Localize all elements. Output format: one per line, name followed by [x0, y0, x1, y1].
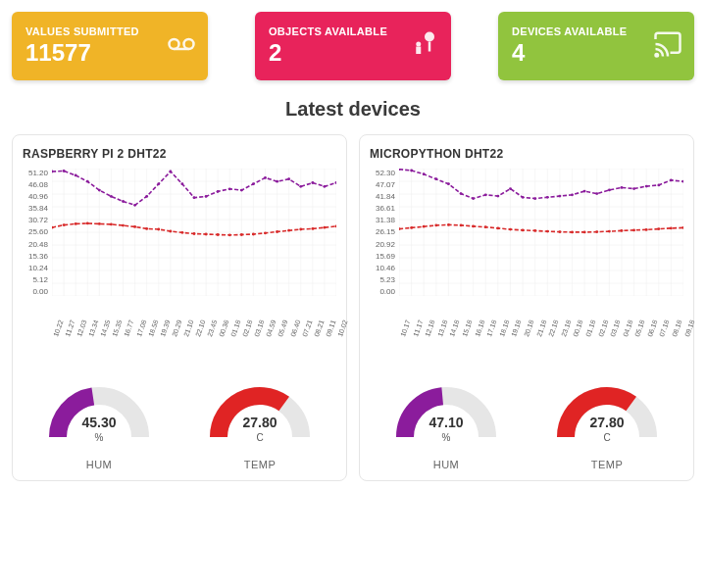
x-tick: 14.18: [448, 335, 479, 347]
svg-point-166: [509, 228, 512, 231]
x-tick: 00.18: [572, 335, 603, 347]
svg-point-49: [110, 195, 113, 198]
x-tick: 06.40: [289, 335, 321, 347]
x-tick: 11.17: [412, 335, 443, 347]
svg-point-162: [460, 224, 463, 227]
y-tick: 10.46: [370, 264, 395, 272]
gauge-label: TEMP: [183, 459, 336, 470]
svg-text:C: C: [603, 432, 610, 443]
y-tick: 36.61: [370, 204, 395, 213]
svg-point-171: [571, 231, 574, 234]
svg-point-151: [620, 186, 623, 189]
svg-point-155: [670, 179, 673, 182]
svg-point-78: [157, 228, 160, 231]
svg-point-90: [299, 228, 302, 231]
x-tick: 20.18: [523, 335, 554, 347]
svg-text:45.30: 45.30: [81, 415, 116, 430]
y-tick: 30.72: [23, 216, 48, 224]
device-title: RASPBERRY PI 2 DHT22: [23, 147, 336, 161]
gauge-hum: 45.30%HUM: [23, 378, 176, 470]
gauge-label: HUM: [370, 459, 523, 470]
x-tick: 20.29: [171, 335, 202, 347]
y-tick: 41.84: [370, 192, 395, 201]
x-tick: 10.17: [399, 335, 430, 347]
svg-text:47.10: 47.10: [429, 415, 463, 430]
svg-point-160: [434, 224, 437, 227]
svg-point-83: [217, 233, 220, 236]
svg-point-172: [583, 231, 586, 234]
svg-point-144: [533, 197, 536, 200]
y-tick: 35.84: [23, 204, 48, 213]
svg-point-175: [620, 229, 623, 232]
x-tick: 15.18: [461, 335, 492, 347]
summary-cards: VALUES SUBMITTED11577OBJECTS AVAILABLE2D…: [12, 12, 694, 80]
svg-point-51: [133, 204, 136, 207]
svg-point-66: [311, 181, 314, 184]
svg-point-92: [323, 226, 326, 229]
x-tick: 13.18: [436, 335, 468, 347]
svg-point-45: [63, 170, 66, 172]
svg-point-147: [571, 193, 574, 196]
svg-rect-4: [429, 42, 431, 52]
svg-point-149: [595, 192, 598, 195]
svg-point-93: [335, 225, 336, 228]
svg-point-87: [264, 231, 267, 234]
svg-text:27.80: 27.80: [589, 415, 624, 430]
svg-point-62: [264, 176, 267, 179]
svg-point-139: [472, 197, 475, 200]
svg-point-46: [75, 174, 77, 177]
svg-point-164: [484, 225, 487, 228]
svg-point-138: [460, 192, 463, 195]
x-tick: 03.18: [609, 335, 640, 347]
svg-point-67: [323, 185, 326, 188]
y-tick: 51.20: [23, 169, 48, 177]
summary-card-2[interactable]: DEVICES AVAILABLE4: [498, 12, 694, 80]
svg-point-3: [425, 32, 434, 42]
svg-point-177: [645, 228, 648, 231]
svg-point-76: [133, 225, 136, 228]
svg-point-178: [657, 227, 660, 230]
svg-point-88: [276, 230, 278, 233]
svg-point-81: [193, 232, 196, 235]
svg-point-1: [184, 39, 194, 49]
svg-point-142: [509, 187, 512, 190]
svg-point-82: [205, 233, 208, 236]
x-tick: 17.18: [485, 335, 517, 347]
svg-point-48: [98, 189, 101, 192]
svg-point-153: [645, 185, 648, 188]
svg-point-61: [252, 182, 255, 185]
svg-point-179: [670, 227, 673, 230]
x-tick: 23.18: [560, 335, 591, 347]
svg-point-148: [583, 190, 586, 193]
summary-card-1[interactable]: OBJECTS AVAILABLE2: [255, 12, 451, 80]
svg-point-84: [228, 233, 231, 236]
svg-text:%: %: [95, 432, 104, 443]
y-tick: 46.08: [23, 180, 48, 189]
svg-point-137: [447, 182, 450, 185]
svg-point-89: [287, 229, 290, 232]
y-tick: 25.60: [23, 227, 48, 236]
svg-point-152: [632, 187, 635, 190]
svg-point-0: [170, 39, 179, 49]
line-chart: 52.3047.0741.8436.6131.3826.1520.9215.69…: [370, 169, 683, 335]
svg-point-63: [276, 180, 278, 183]
summary-card-0[interactable]: VALUES SUBMITTED11577: [12, 12, 208, 80]
svg-point-75: [122, 224, 125, 227]
x-tick: 12.18: [424, 335, 455, 347]
svg-point-163: [472, 225, 475, 228]
x-tick: 19.39: [159, 335, 190, 347]
svg-point-145: [546, 196, 549, 199]
svg-text:C: C: [256, 432, 263, 443]
x-tick: 19.18: [510, 335, 541, 347]
svg-point-74: [110, 223, 113, 226]
gauge-label: TEMP: [530, 459, 683, 470]
svg-point-79: [169, 230, 172, 233]
y-tick: 20.48: [23, 240, 48, 249]
svg-point-50: [122, 200, 125, 203]
y-tick: 15.36: [23, 252, 48, 261]
line-chart: 51.2046.0840.9635.8430.7225.6020.4815.36…: [23, 169, 336, 335]
svg-point-157: [399, 227, 400, 230]
y-tick: 26.15: [370, 227, 395, 236]
svg-point-140: [484, 193, 487, 196]
nature-people-icon: [410, 29, 439, 63]
